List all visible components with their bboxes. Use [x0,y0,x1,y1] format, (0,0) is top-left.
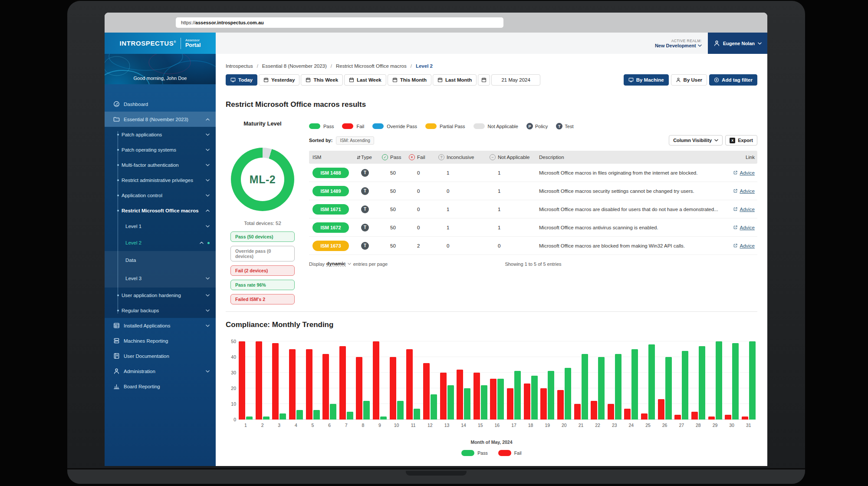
sidebar-item-label: Patch applications [122,132,202,137]
filter-yesterday[interactable]: Yesterday [259,74,299,86]
sidebar-item-multi-factor-authentication[interactable]: Multi-factor authentication [105,157,216,172]
view-filter-group: By MachineBy UserAdd tag filter [624,74,757,86]
sidebar-item-machines-reporting[interactable]: Machines Reporting [105,333,216,348]
browser-url-bar[interactable]: https://assessor.introspectus.com.au [176,17,503,28]
column-pass[interactable]: ✓Pass [382,154,409,160]
sidebar-item-patch-applications[interactable]: Patch applications [105,127,216,142]
sort-icon[interactable] [356,155,361,160]
sidebar-item-level-1[interactable]: Level 1 [105,218,216,235]
by-machine-button[interactable]: By Machine [624,74,669,86]
sidebar-item-level-2[interactable]: Level 2 [105,235,216,251]
bar-group-day-18: 18 [524,376,538,420]
filter-last-month[interactable]: Last Month [433,74,477,86]
breadcrumb-item-level-2[interactable]: Level 2 [416,63,433,69]
bar-group-day-8: 8 [356,357,370,420]
fail-bar [239,341,245,420]
bar-group-day-17: 17 [507,371,521,420]
by-user-button[interactable]: By User [671,74,707,86]
sorted-by-chip[interactable]: ISM: Ascending [336,136,374,145]
ism-pill[interactable]: ISM 1489 [312,186,349,196]
table-row-ism-1489[interactable]: ISM 1489T50001Microsoft Office macros se… [309,182,757,200]
sidebar-item-board-reporting[interactable]: Board Reporting [105,379,216,394]
sidebar-item-installed-applications[interactable]: Installed Applications [105,318,216,333]
x-tick-label: 13 [440,423,454,428]
chevron-down-icon [206,194,210,197]
column-inconclusive[interactable]: ?Inconclusive [438,154,490,160]
sidebar-item-user-documentation[interactable]: User Documentation [105,348,216,364]
calendar-icon [263,77,269,83]
sidebar-item-restrict-microsoft-office-macros[interactable]: Restrict Microsoft Office macros [105,203,216,218]
sidebar-item-data[interactable]: Data [105,251,216,269]
greeting-banner: Good morning, John Doe [105,54,216,84]
user-avatar-icon [713,40,720,46]
advice-link[interactable]: Advice [733,225,755,230]
description: Microsoft Office macros security setting… [539,188,727,194]
advice-link[interactable]: Advice [733,207,755,212]
date-picker-button[interactable] [478,74,490,86]
bar-group-day-31: 31 [742,341,756,420]
sidebar-item-label: Multi-factor authentication [122,162,202,168]
user-menu-button[interactable]: Eugene Nolan [708,33,767,54]
ism-pill[interactable]: ISM 1673 [312,241,349,251]
inconclusive-count: 1 [438,225,490,230]
chevron-down-icon [698,44,702,47]
filter-last-week[interactable]: Last Week [344,74,386,86]
sidebar-item-user-application-hardening[interactable]: User application hardening [105,288,216,303]
column-not-applicable[interactable]: −Not Applicable [490,154,539,160]
table-row-ism-1671[interactable]: ISM 1671T50011Microsoft Office macros ar… [309,200,757,218]
ism-pill[interactable]: ISM 1671 [312,204,349,215]
gauge-icon [113,101,120,107]
add-tag-filter-button[interactable]: Add tag filter [709,74,757,86]
breadcrumb-item-essential-8-november-2023[interactable]: Essential 8 (November 2023) [262,63,327,69]
sidebar-item-label: Level 2 [125,240,196,245]
active-realm[interactable]: ACTIVE REALM: New Development [655,39,702,48]
column-fail[interactable]: ×Fail [409,154,438,160]
bullet-dot [117,149,119,151]
description: Microsoft Office macros are disabled for… [539,207,727,212]
entries-per-page-select[interactable]: dynamic [326,261,346,267]
chevron-down-icon [206,164,210,166]
breadcrumb-item-introspectus[interactable]: Introspectus [226,63,253,69]
sidebar-item-label: Dashboard [124,102,210,107]
filter-this-month[interactable]: This Month [388,74,431,86]
column-ism[interactable]: ISM [312,155,361,160]
chart-legend-fail: Fail [498,450,522,456]
sidebar-item-dashboard[interactable]: Dashboard [105,96,216,112]
filter-this-week[interactable]: This Week [301,74,343,86]
sidebar-item-application-control[interactable]: Application control [105,188,216,203]
sidebar-item-administration[interactable]: Administration [105,364,216,379]
sidebar-item-restrict-administrative-privileges[interactable]: Restrict administrative privileges [105,172,216,188]
advice-link[interactable]: Advice [733,243,755,248]
pass-count: 50 [382,243,409,248]
fail-bar [557,390,564,420]
ism-pill[interactable]: ISM 1488 [312,168,349,178]
pass-bar [296,410,303,420]
calendar-icon [437,77,443,83]
table-row-ism-1672[interactable]: ISM 1672T50011Microsoft Office macros an… [309,218,757,237]
filter-today[interactable]: Today [226,74,257,86]
bar-group-day-13: 13 [440,373,454,420]
export-button[interactable]: x Export [725,135,757,145]
table-row-ism-1488[interactable]: ISM 1488T50011Microsoft Office macros in… [309,164,757,182]
advice-link[interactable]: Advice [733,170,755,175]
inconclusive-count: 0 [438,188,490,194]
fail-bar [256,341,262,420]
grid-icon [113,322,120,329]
legend-partial-pass: Partial Pass [425,123,465,129]
x-tick-label: 19 [540,423,554,428]
advice-link[interactable]: Advice [733,188,755,194]
x-tick-label: 8 [356,423,370,428]
registered-mark: ® [174,40,176,43]
breadcrumb-item-restrict-microsoft-office-macros[interactable]: Restrict Microsoft Office macros [336,63,407,69]
ism-pill[interactable]: ISM 1672 [312,222,349,233]
column-visibility-button[interactable]: Column Visibility [669,135,723,145]
calendar-icon [349,77,354,83]
bar-group-day-22: 22 [591,357,605,420]
table-row-ism-1673[interactable]: ISM 1673T50200Microsoft Office macros ar… [309,237,757,255]
sidebar-item-level-3[interactable]: Level 3 [105,269,216,288]
sidebar-item-patch-operating-systems[interactable]: Patch operating systems [105,142,216,157]
sidebar-item-essential-8-november-2023[interactable]: Essential 8 (November 2023) [105,112,216,127]
sidebar-item-regular-backups[interactable]: Regular backups [105,303,216,318]
date-picker-value[interactable]: 21 May 2024 [491,74,540,86]
chevron-down-icon [758,42,762,45]
